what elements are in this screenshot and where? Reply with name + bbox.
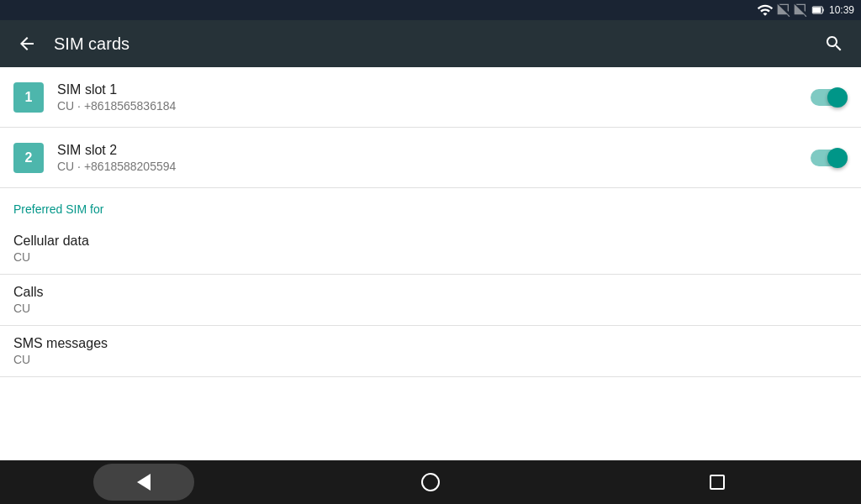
svg-rect-1: [813, 8, 821, 13]
sim-slot-1-item[interactable]: 1 SIM slot 1 CU · +8618565836184: [0, 67, 861, 128]
back-arrow-icon: [17, 34, 37, 54]
back-nav-icon: [137, 474, 151, 491]
wifi-icon: [757, 2, 774, 18]
preferred-sim-section: Preferred SIM for: [0, 188, 861, 223]
calls-item[interactable]: Calls CU: [0, 275, 861, 326]
sim-badge-2: 2: [13, 143, 44, 173]
cellular-data-item[interactable]: Cellular data CU: [0, 223, 861, 275]
sim-slot-2-item[interactable]: 2 SIM slot 2 CU · +8618588205594: [0, 128, 861, 188]
nav-recent-button[interactable]: [667, 464, 768, 501]
cellular-data-title: Cellular data: [13, 234, 848, 249]
toggle-1-thumb: [827, 87, 848, 108]
battery-icon: [811, 3, 826, 17]
sim-1-toggle-switch[interactable]: [811, 87, 848, 108]
sim-2-name: SIM slot 2: [57, 143, 811, 158]
sim-2-number: CU · +8618588205594: [57, 160, 811, 173]
content-area: 1 SIM slot 1 CU · +8618565836184 2 SIM s…: [0, 67, 861, 377]
sms-messages-item[interactable]: SMS messages CU: [0, 326, 861, 377]
nav-home-button[interactable]: [380, 464, 481, 501]
home-nav-icon: [421, 473, 440, 491]
signal-icon: [777, 3, 790, 17]
sim-1-number: CU · +8618565836184: [57, 99, 811, 113]
search-icon: [824, 34, 844, 54]
sim-2-toggle[interactable]: [811, 148, 848, 168]
sim-2-toggle-switch[interactable]: [811, 148, 848, 168]
nav-bar: [0, 460, 861, 504]
status-bar: 10:39: [0, 0, 861, 20]
preferred-sim-title: Preferred SIM for: [13, 202, 103, 216]
sms-subtitle: CU: [13, 353, 848, 366]
calls-title: Calls: [13, 285, 848, 300]
status-icons: 10:39: [757, 2, 854, 18]
calls-subtitle: CU: [13, 302, 848, 315]
sim-1-info: SIM slot 1 CU · +8618565836184: [57, 82, 811, 113]
search-button[interactable]: [821, 30, 848, 57]
status-time: 10:39: [829, 4, 854, 16]
sim-1-name: SIM slot 1: [57, 82, 811, 97]
back-button[interactable]: [13, 30, 40, 57]
toggle-2-thumb: [827, 148, 848, 168]
app-bar: SIM cards: [0, 20, 861, 67]
sim-badge-1: 1: [13, 82, 44, 113]
sms-title: SMS messages: [13, 336, 848, 351]
signal2-icon: [794, 3, 807, 17]
recent-nav-icon: [710, 475, 725, 490]
svg-rect-2: [822, 8, 823, 11]
page-title: SIM cards: [54, 34, 807, 54]
sim-2-info: SIM slot 2 CU · +8618588205594: [57, 143, 811, 173]
cellular-data-subtitle: CU: [13, 250, 848, 264]
sim-1-toggle[interactable]: [811, 87, 848, 108]
nav-back-button[interactable]: [93, 464, 194, 501]
